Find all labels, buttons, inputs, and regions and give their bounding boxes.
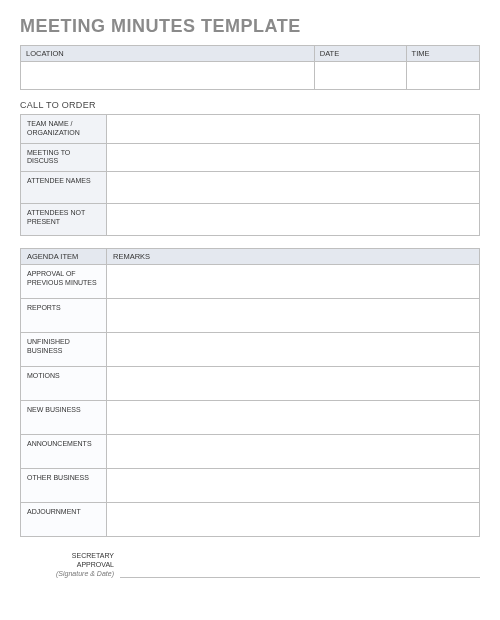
time-input[interactable]	[406, 62, 479, 90]
signature-label: SECRETARY APPROVAL (Signature & Date)	[20, 551, 120, 578]
time-header: TIME	[406, 46, 479, 62]
agenda-label: ANNOUNCEMENTS	[21, 435, 107, 469]
location-input[interactable]	[21, 62, 315, 90]
agenda-remarks-input[interactable]	[107, 265, 480, 299]
agenda-label: OTHER BUSINESS	[21, 469, 107, 503]
cto-label: ATTENDEES NOT PRESENT	[21, 204, 107, 236]
agenda-remarks-input[interactable]	[107, 367, 480, 401]
agenda-remarks-input[interactable]	[107, 333, 480, 367]
agenda-remarks-input[interactable]	[107, 469, 480, 503]
agenda-table: AGENDA ITEM REMARKS APPROVAL OF PREVIOUS…	[20, 248, 480, 537]
date-input[interactable]	[314, 62, 406, 90]
signature-line1: SECRETARY	[20, 551, 114, 560]
agenda-remarks-input[interactable]	[107, 503, 480, 537]
agenda-label: APPROVAL OF PREVIOUS MINUTES	[21, 265, 107, 299]
agenda-col2-header: REMARKS	[107, 249, 480, 265]
cto-value-input[interactable]	[107, 115, 480, 144]
signature-line2: APPROVAL	[20, 560, 114, 569]
agenda-remarks-input[interactable]	[107, 299, 480, 333]
cto-value-input[interactable]	[107, 172, 480, 204]
signature-sub: (Signature & Date)	[20, 569, 114, 578]
cto-label: ATTENDEE NAMES	[21, 172, 107, 204]
date-header: DATE	[314, 46, 406, 62]
signature-block: SECRETARY APPROVAL (Signature & Date)	[20, 551, 480, 578]
cto-label: MEETING TO DISCUSS	[21, 143, 107, 172]
agenda-label: MOTIONS	[21, 367, 107, 401]
agenda-col1-header: AGENDA ITEM	[21, 249, 107, 265]
call-to-order-table: TEAM NAME / ORGANIZATION MEETING TO DISC…	[20, 114, 480, 236]
agenda-remarks-input[interactable]	[107, 401, 480, 435]
agenda-label: REPORTS	[21, 299, 107, 333]
agenda-label: NEW BUSINESS	[21, 401, 107, 435]
info-header-table: LOCATION DATE TIME	[20, 45, 480, 90]
signature-input[interactable]	[120, 564, 480, 578]
agenda-label: ADJOURNMENT	[21, 503, 107, 537]
agenda-label: UNFINISHED BUSINESS	[21, 333, 107, 367]
cto-value-input[interactable]	[107, 143, 480, 172]
location-header: LOCATION	[21, 46, 315, 62]
cto-value-input[interactable]	[107, 204, 480, 236]
cto-label: TEAM NAME / ORGANIZATION	[21, 115, 107, 144]
call-to-order-heading: CALL TO ORDER	[20, 100, 480, 110]
page-title: MEETING MINUTES TEMPLATE	[20, 16, 480, 37]
agenda-remarks-input[interactable]	[107, 435, 480, 469]
